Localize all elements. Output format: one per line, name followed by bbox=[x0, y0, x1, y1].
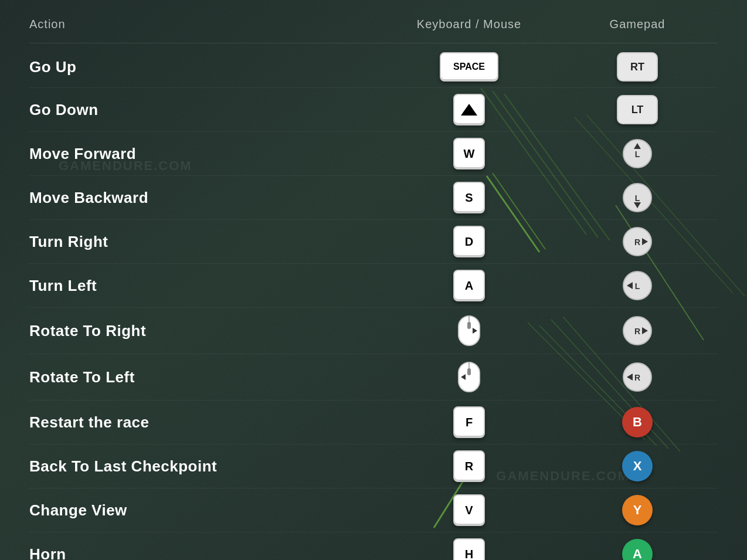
mouse-icon bbox=[456, 314, 482, 348]
keyboard-column-header: Keyboard / Mouse bbox=[381, 18, 557, 31]
keyboard-cell bbox=[381, 314, 557, 348]
gamepad-button[interactable]: Y bbox=[622, 495, 653, 525]
gamepad-stick-button[interactable]: L bbox=[622, 138, 653, 169]
gamepad-cell: Y bbox=[557, 495, 718, 525]
svg-text:L: L bbox=[635, 281, 640, 291]
table-header: Action Keyboard / Mouse Gamepad bbox=[29, 18, 718, 43]
keyboard-cell: F bbox=[381, 406, 557, 438]
gamepad-stick-button[interactable]: R bbox=[622, 362, 653, 392]
table-row: Turn LeftAL bbox=[29, 264, 718, 308]
keyboard-cell bbox=[381, 360, 557, 394]
key-button[interactable]: H bbox=[453, 538, 485, 560]
gamepad-cell: L bbox=[557, 182, 718, 213]
keyboard-cell: R bbox=[381, 450, 557, 482]
gamepad-cell: A bbox=[557, 539, 718, 560]
keyboard-cell: S bbox=[381, 182, 557, 213]
keyboard-cell: D bbox=[381, 226, 557, 257]
keyboard-cell: V bbox=[381, 494, 557, 526]
gamepad-stick-button[interactable]: L bbox=[622, 182, 653, 213]
gamepad-cell: R bbox=[557, 362, 718, 392]
action-label: Go Up bbox=[29, 58, 381, 76]
table-row: Back To Last CheckpointRX bbox=[29, 444, 718, 488]
arrow-up-key[interactable] bbox=[453, 94, 485, 125]
keyboard-cell: W bbox=[381, 138, 557, 169]
table-row: Turn RightDR bbox=[29, 220, 718, 264]
gamepad-button[interactable]: B bbox=[622, 407, 653, 437]
gamepad-cell: R bbox=[557, 226, 718, 257]
action-label: Turn Left bbox=[29, 277, 381, 295]
gamepad-cell: LT bbox=[557, 95, 718, 124]
gamepad-cell: X bbox=[557, 451, 718, 481]
key-button[interactable]: D bbox=[453, 226, 485, 257]
svg-text:R: R bbox=[634, 327, 640, 336]
keyboard-cell: A bbox=[381, 270, 557, 301]
gamepad-stick-button[interactable]: L bbox=[622, 270, 653, 301]
action-label: Change View bbox=[29, 501, 381, 520]
keyboard-cell: H bbox=[381, 538, 557, 560]
action-label: Back To Last Checkpoint bbox=[29, 457, 381, 476]
table-row: Rotate To LeftR bbox=[29, 354, 718, 401]
mouse-icon bbox=[456, 360, 482, 394]
gamepad-stick-button[interactable]: R bbox=[622, 226, 653, 257]
table-row: HornHA bbox=[29, 532, 718, 560]
svg-text:L: L bbox=[635, 150, 640, 159]
table-row: Change ViewVY bbox=[29, 488, 718, 532]
table-row: Move BackwardSL bbox=[29, 176, 718, 220]
action-label: Go Down bbox=[29, 101, 381, 119]
gamepad-button[interactable]: LT bbox=[617, 95, 658, 124]
bindings-table: Go UpSPACERTGo DownLTMove ForwardWLMove … bbox=[29, 46, 718, 560]
gamepad-cell: L bbox=[557, 138, 718, 169]
action-label: Horn bbox=[29, 545, 381, 561]
gamepad-button[interactable]: X bbox=[622, 451, 653, 481]
gamepad-cell: L bbox=[557, 270, 718, 301]
svg-rect-30 bbox=[467, 322, 471, 329]
key-button[interactable]: V bbox=[453, 494, 485, 526]
keyboard-cell bbox=[381, 94, 557, 125]
action-label: Move Forward bbox=[29, 145, 381, 163]
gamepad-button[interactable]: RT bbox=[617, 52, 658, 82]
gamepad-button[interactable]: A bbox=[622, 539, 653, 560]
table-row: Rotate To RightR bbox=[29, 308, 718, 354]
action-column-header: Action bbox=[29, 18, 381, 31]
keybindings-container: Action Keyboard / Mouse Gamepad Go UpSPA… bbox=[0, 0, 747, 560]
gamepad-cell: RT bbox=[557, 52, 718, 82]
svg-text:R: R bbox=[634, 373, 640, 382]
action-label: Rotate To Right bbox=[29, 322, 381, 340]
key-button[interactable]: W bbox=[453, 138, 485, 169]
gamepad-cell: B bbox=[557, 407, 718, 437]
svg-text:R: R bbox=[634, 237, 640, 247]
svg-rect-37 bbox=[467, 368, 471, 375]
table-row: Go DownLT bbox=[29, 88, 718, 132]
key-button[interactable]: S bbox=[453, 182, 485, 213]
gamepad-column-header: Gamepad bbox=[557, 18, 718, 31]
key-button[interactable]: F bbox=[453, 406, 485, 438]
gamepad-stick-button[interactable]: R bbox=[622, 315, 653, 346]
table-row: Go UpSPACERT bbox=[29, 46, 718, 88]
key-button[interactable]: R bbox=[453, 450, 485, 482]
action-label: Turn Right bbox=[29, 233, 381, 251]
table-row: Move ForwardWL bbox=[29, 132, 718, 176]
key-button[interactable]: SPACE bbox=[440, 52, 498, 82]
table-row: Restart the raceFB bbox=[29, 401, 718, 444]
svg-text:L: L bbox=[635, 194, 640, 203]
action-label: Rotate To Left bbox=[29, 368, 381, 386]
key-button[interactable]: A bbox=[453, 270, 485, 301]
action-label: Move Backward bbox=[29, 189, 381, 207]
keyboard-cell: SPACE bbox=[381, 52, 557, 82]
gamepad-cell: R bbox=[557, 315, 718, 346]
action-label: Restart the race bbox=[29, 413, 381, 432]
